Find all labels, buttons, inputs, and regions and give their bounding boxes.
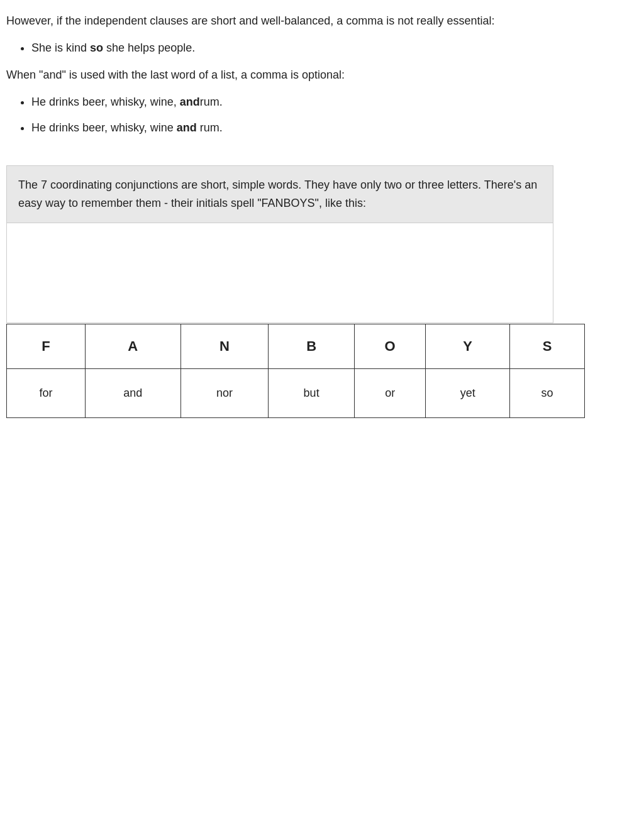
table-word-for: for [7,368,86,417]
table-header-y: Y [426,324,510,368]
table-header-f: F [7,324,86,368]
bullet-and-rum-bold: and [177,121,197,134]
table-word-or: or [355,368,426,417]
bullet-andrum-bold: and [180,96,200,108]
bullet-item-and-rum: He drinks beer, whisky, wine and rum. [31,119,638,136]
highlighted-text: The 7 coordinating conjunctions are shor… [18,179,537,209]
highlighted-block: The 7 coordinating conjunctions are shor… [6,165,553,223]
table-word-so: so [510,368,585,417]
when-paragraph: When "and" is used with the last word of… [6,67,638,84]
table-word-and: and [85,368,180,417]
fanboys-table: F A N B O Y S for and nor but or yet so [6,324,585,418]
table-word-nor: nor [180,368,269,417]
table-header-b: B [269,324,355,368]
table-header-o: O [355,324,426,368]
table-header-a: A [85,324,180,368]
table-word-yet: yet [426,368,510,417]
bullet-so-pre: She is kind [31,41,90,54]
bullet-list-2: He drinks beer, whisky, wine, andrum. He… [31,94,638,136]
intro-paragraph: However, if the independent clauses are … [6,13,638,30]
bullet-and-rum-pre: He drinks beer, whisky, wine [31,121,177,134]
table-word-row: for and nor but or yet so [7,368,585,417]
bullet-so-rest: she helps people. [103,41,195,54]
table-header-n: N [180,324,269,368]
bullet-andrum-pre: He drinks beer, whisky, wine, [31,96,180,108]
table-word-but: but [269,368,355,417]
bullet-andrum-rest: rum. [200,96,223,108]
table-header-row: F A N B O Y S [7,324,585,368]
bullet-and-rum-rest: rum. [197,121,223,134]
spacer-1 [6,146,638,159]
table-header-s: S [510,324,585,368]
bullet-list-1: She is kind so she helps people. [31,40,638,57]
bullet-item-so: She is kind so she helps people. [31,40,638,57]
bullet-item-andrum: He drinks beer, whisky, wine, andrum. [31,94,638,111]
bullet-so-bold: so [90,41,103,54]
white-box-area [6,223,553,323]
